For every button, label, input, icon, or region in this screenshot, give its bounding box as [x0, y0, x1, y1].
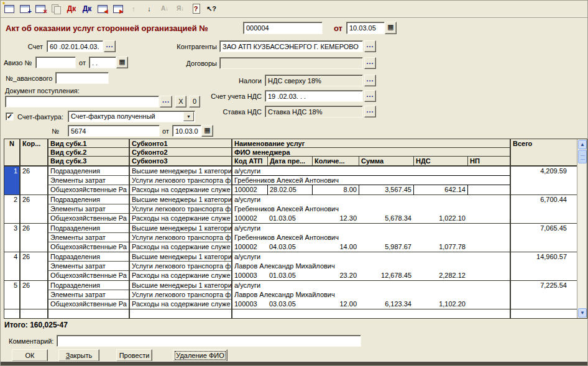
help-icon[interactable]: ? — [190, 2, 201, 15]
empty-cell[interactable] — [4, 309, 19, 318]
subkonto2-cell[interactable]: Услуги легкового транспорта ф — [129, 233, 231, 242]
act-date-calendar-button[interactable]: ▦ — [385, 22, 397, 34]
stavka-nds-input[interactable] — [265, 106, 363, 117]
table-scrollbar[interactable]: ▲ ▼ — [577, 139, 587, 318]
vsego-cell[interactable]: 4,209.59 — [510, 167, 569, 194]
faktura-calendar-button[interactable]: ▦ — [201, 125, 213, 137]
subkonto1-cell[interactable]: Высшие менеджеры 1 категори — [129, 281, 231, 290]
row-number-cell[interactable]: 4 — [4, 252, 19, 280]
kontragenty-browse-button[interactable]: ... — [364, 40, 376, 52]
np-cell[interactable] — [467, 185, 510, 194]
np-cell[interactable] — [467, 214, 510, 223]
header-kolichestvo[interactable]: Количе... — [312, 157, 359, 165]
usluga-cell[interactable]: а/услуги — [231, 195, 510, 204]
vsego-cell[interactable]: 7,065.45 — [510, 224, 569, 252]
nalogi-browse-button[interactable]: ... — [364, 75, 376, 86]
table-row[interactable]: 426ПодразделенияЭлементы затратОбщехозяй… — [4, 252, 577, 281]
dokument-browse-button[interactable]: ... — [160, 96, 172, 108]
kor-schet-cell[interactable]: 26 — [19, 195, 47, 223]
nds-cell[interactable]: 642.14 — [413, 185, 467, 194]
avizo-calendar-button[interactable]: ▦ — [116, 57, 128, 68]
nds-cell[interactable]: 1,102.20 — [413, 300, 467, 309]
ok-button[interactable]: ОК — [12, 349, 48, 362]
nalogi-input[interactable] — [265, 75, 363, 86]
vid-subk2-cell[interactable]: Элементы затрат — [47, 233, 129, 242]
vid-subk2-cell[interactable]: Элементы затрат — [47, 262, 129, 271]
np-cell[interactable] — [467, 271, 510, 280]
vsego-cell[interactable]: 14,960.57 — [510, 252, 569, 280]
summa-cell[interactable]: 5,678.34 — [359, 214, 413, 223]
header-np[interactable]: НП — [467, 157, 510, 165]
kontragenty-input[interactable] — [219, 40, 363, 52]
header-kor[interactable]: Кор... — [19, 139, 47, 165]
kod-atp-cell[interactable]: 100002 — [231, 185, 267, 194]
row-number-cell[interactable]: 3 — [4, 224, 19, 252]
move-from-grid-icon[interactable]: ► — [113, 2, 124, 15]
vsego-cell[interactable]: 7,225.54 — [510, 281, 569, 309]
data-pre-cell[interactable]: 01.03.05 — [267, 271, 312, 280]
header-subkonto3[interactable]: Субконто3 — [129, 157, 231, 165]
vid-subk2-cell[interactable]: Элементы затрат — [47, 204, 129, 214]
vid-subk3-cell[interactable]: Общехозяйственные Ра — [47, 185, 129, 194]
comment-input[interactable] — [57, 335, 361, 347]
faktura-date-input[interactable] — [172, 125, 201, 137]
chevron-down-icon[interactable]: ▼ — [183, 112, 194, 121]
subkonto2-cell[interactable]: Услуги легкового транспорта ф — [129, 176, 231, 185]
vsego-cell[interactable]: 6,700.44 — [510, 195, 569, 223]
vid-subk1-cell[interactable]: Подразделения — [47, 252, 129, 262]
kor-schet-cell[interactable]: 26 — [19, 252, 47, 280]
vid-subk3-cell[interactable]: Общехозяйственные Ра — [47, 242, 129, 252]
dokument-input[interactable] — [5, 96, 159, 108]
scroll-up-icon[interactable]: ▲ — [578, 140, 587, 149]
schet-ucheta-nds-input[interactable] — [265, 90, 363, 102]
kod-atp-cell[interactable]: 100002 — [231, 214, 267, 223]
empty-cell[interactable] — [19, 309, 47, 318]
udalenie-fio-button[interactable]: Удаление ФИО — [173, 349, 227, 362]
subkonto3-cell[interactable]: Расходы на содержание служе — [129, 185, 231, 194]
move-into-grid-icon[interactable]: ◄ — [97, 2, 108, 15]
header-kod-atp[interactable]: Код АТП — [231, 157, 267, 165]
kolichestvo-cell[interactable]: 8.00 — [312, 185, 359, 194]
subkonto3-cell[interactable]: Расходы на содержание служе — [129, 271, 231, 280]
vid-subk1-cell[interactable]: Подразделения — [47, 195, 129, 204]
header-nds[interactable]: НДС — [413, 157, 467, 165]
nds-cell[interactable]: 1,077.78 — [413, 242, 467, 252]
header-subkonto1[interactable]: Субконто1 — [129, 139, 231, 148]
vid-subk3-cell[interactable]: Общехозяйственные Ра — [47, 214, 129, 223]
schet-ucheta-nds-browse-button[interactable]: ... — [364, 90, 376, 102]
row-add-icon[interactable]: + — [19, 2, 30, 15]
context-help-icon[interactable]: ↖? — [206, 2, 217, 15]
dokument-open-button[interactable]: 0 — [189, 96, 200, 108]
fio-cell[interactable]: Лавров Александр Михайлович — [231, 290, 510, 300]
faktura-number-input[interactable] — [68, 125, 160, 137]
np-cell[interactable] — [467, 242, 510, 252]
empty-cell[interactable] — [129, 309, 231, 318]
vid-subk2-cell[interactable]: Элементы затрат — [47, 290, 129, 300]
subkonto1-cell[interactable]: Высшие менеджеры 1 категори — [129, 167, 231, 176]
subkonto2-cell[interactable]: Услуги легкового транспорта ф — [129, 204, 231, 214]
subkonto3-cell[interactable]: Расходы на содержание служе — [129, 300, 231, 309]
kolichestvo-cell[interactable]: 23.20 — [312, 271, 359, 280]
subkonto1-cell[interactable]: Высшие менеджеры 1 категори — [129, 224, 231, 233]
kor-schet-cell[interactable]: 26 — [19, 281, 47, 309]
empty-cell[interactable] — [231, 309, 510, 318]
row-delete-icon[interactable]: × — [35, 2, 46, 15]
fio-cell[interactable]: Гребенников Алексей Антонович — [231, 233, 510, 242]
subkonto1-cell[interactable]: Высшие менеджеры 1 категори — [129, 252, 231, 262]
data-pre-cell[interactable]: 28.02.05 — [267, 185, 312, 194]
act-number-input[interactable] — [243, 22, 323, 34]
vid-subk3-cell[interactable]: Общехозяйственные Ра — [47, 271, 129, 280]
nds-cell[interactable]: 2,282.12 — [413, 271, 467, 280]
summa-cell[interactable]: 3,567.45 — [359, 185, 413, 194]
kor-schet-cell[interactable]: 26 — [19, 167, 47, 194]
row-number-cell[interactable]: 5 — [4, 281, 19, 309]
usluga-cell[interactable]: а/услуги — [231, 224, 510, 233]
np-cell[interactable] — [467, 300, 510, 309]
usluga-cell[interactable]: а/услуги — [231, 281, 510, 290]
dokument-clear-button[interactable]: X — [175, 96, 186, 108]
fio-cell[interactable]: Гребенников Алексей Антонович — [231, 176, 510, 185]
vid-subk3-cell[interactable]: Общехозяйственные Ра — [47, 300, 129, 309]
vid-subk2-cell[interactable]: Элементы затрат — [47, 176, 129, 185]
summa-cell[interactable]: 12,678.45 — [359, 271, 413, 280]
table-row[interactable]: 326ПодразделенияЭлементы затратОбщехозяй… — [4, 224, 577, 252]
